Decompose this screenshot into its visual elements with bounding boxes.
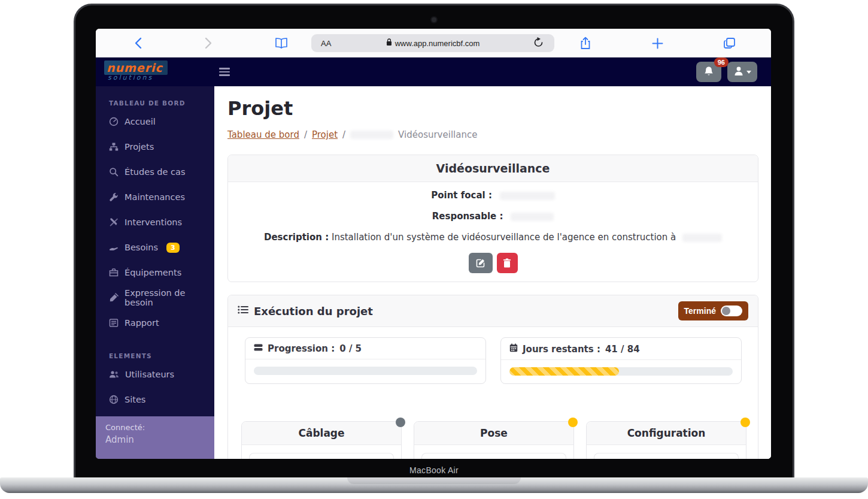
task-placeholder	[421, 453, 566, 459]
execution-header: Exécution du projet Terminé	[228, 295, 758, 327]
numeric-solutions-logo[interactable]: numeric solutions	[104, 61, 198, 83]
logo-tagline: solutions	[108, 74, 198, 81]
browser-toolbar: AA www.app.numericbf.com	[96, 29, 771, 58]
breadcrumb-projet[interactable]: Projet	[312, 129, 338, 140]
sidebar: TABLEAU DE BORD Accueil Projets Études d…	[96, 86, 214, 459]
progression-track	[254, 367, 477, 375]
address-bar[interactable]: AA www.app.numericbf.com	[311, 34, 554, 52]
sidebar-item-accueil[interactable]: Accueil	[96, 109, 214, 134]
column-dot	[396, 418, 405, 427]
tabs-icon[interactable]	[722, 36, 736, 50]
column-dot	[568, 418, 578, 427]
laptop-base	[0, 477, 868, 493]
phase-column-configuration[interactable]: Configuration	[586, 421, 746, 459]
sidebar-group-dashboard: TABLEAU DE BORD	[96, 86, 214, 109]
project-card: Vidéosurveillance Point focal : Responsa…	[227, 155, 758, 282]
calendar-icon	[509, 343, 518, 355]
phase-title: Pose	[414, 422, 573, 445]
lock-icon	[386, 38, 392, 48]
new-tab-icon[interactable]	[650, 36, 664, 50]
sidebar-item-sites[interactable]: Sites	[96, 387, 214, 412]
responsable-row: Responsable :	[228, 211, 758, 222]
chevron-down-icon	[746, 71, 751, 74]
phase-column-cablage[interactable]: Câblage	[241, 421, 402, 459]
tasks-icon	[254, 343, 263, 354]
toolbox-icon	[109, 268, 119, 277]
execution-card: Exécution du projet Terminé	[227, 295, 758, 459]
reload-icon[interactable]	[533, 37, 544, 50]
url-text: www.app.numericbf.com	[311, 38, 554, 48]
progression-card: Progression : 0 / 5	[245, 337, 486, 384]
sidebar-item-projets[interactable]: Projets	[96, 134, 214, 159]
sidebar-item-equipements[interactable]: Équipements	[96, 260, 214, 285]
sidebar-item-expression[interactable]: Expression de besoin	[96, 285, 214, 310]
column-dot	[740, 418, 750, 427]
phases-row: Câblage Pose Configuration	[241, 421, 758, 459]
device-label: MacBook Air	[75, 465, 793, 475]
pen-icon	[109, 293, 119, 303]
project-actions	[228, 253, 758, 273]
sidebar-group-elements: ELEMENTS	[96, 335, 214, 362]
breadcrumb-current: Vidéosurveillance	[398, 129, 477, 140]
bookmarks-icon[interactable]	[274, 36, 289, 50]
project-card-body: Point focal : Responsable : Description …	[228, 182, 758, 273]
report-icon	[109, 318, 119, 328]
termine-toggle-switch[interactable]	[721, 306, 742, 316]
notifications-button[interactable]: 96	[696, 62, 721, 82]
trackpad-notch	[347, 477, 521, 484]
users-icon	[109, 370, 119, 379]
menu-toggle-icon[interactable]	[219, 66, 231, 78]
phase-title: Configuration	[587, 422, 746, 445]
macbook-frame: AA www.app.numericbf.com	[74, 4, 794, 477]
stats-row: Progression : 0 / 5	[245, 337, 742, 384]
redacted-text	[511, 213, 554, 221]
breadcrumb: Tableau de bord / Projet / Vidéosurveill…	[227, 129, 477, 140]
wrench-icon	[109, 192, 119, 202]
list-icon	[238, 305, 248, 317]
connected-label: Connecté:	[105, 423, 205, 432]
breadcrumb-home[interactable]: Tableau de bord	[227, 129, 299, 140]
gauge-icon	[109, 117, 119, 126]
tools-icon	[109, 217, 119, 227]
notification-badge: 96	[714, 58, 729, 67]
sidebar-item-interventions[interactable]: Interventions	[96, 210, 214, 235]
sitemap-icon	[109, 142, 119, 152]
days-header: Jours restants : 41 / 84	[501, 338, 741, 360]
main-content: Projet Tableau de bord / Projet / Vidéos…	[214, 86, 771, 459]
bell-icon	[704, 66, 714, 78]
stage: AA www.app.numericbf.com	[0, 0, 868, 499]
share-icon[interactable]	[578, 36, 593, 50]
task-placeholder	[594, 453, 739, 459]
sidebar-item-rapport[interactable]: Rapport	[96, 310, 214, 335]
redacted-text	[500, 192, 555, 200]
execution-title: Exécution du projet	[254, 305, 373, 317]
user-icon	[734, 66, 743, 78]
search-icon	[109, 167, 119, 177]
days-fill	[509, 367, 619, 376]
point-focal-row: Point focal :	[228, 190, 758, 201]
redacted-text	[350, 131, 393, 139]
app-topbar: numeric solutions 96	[96, 58, 771, 86]
besoins-count-badge: 3	[166, 243, 180, 253]
connected-username: Admin	[105, 434, 205, 445]
progression-header: Progression : 0 / 5	[245, 338, 485, 359]
screen: AA www.app.numericbf.com	[96, 29, 771, 459]
phase-title: Câblage	[242, 422, 401, 445]
edit-button[interactable]	[469, 253, 493, 273]
forward-button[interactable]	[201, 36, 216, 50]
logo-name: numeric	[107, 61, 163, 74]
sidebar-item-utilisateurs[interactable]: Utilisateurs	[96, 362, 214, 387]
project-card-title: Vidéosurveillance	[228, 155, 758, 182]
delete-button[interactable]	[497, 253, 518, 273]
back-button[interactable]	[130, 36, 145, 50]
user-menu-button[interactable]	[727, 62, 757, 82]
sidebar-item-besoins[interactable]: Besoins 3	[96, 235, 214, 260]
days-card: Jours restants : 41 / 84	[500, 337, 742, 384]
webcam-dot	[432, 17, 436, 22]
sidebar-item-etudes[interactable]: Études de cas	[96, 159, 214, 185]
phase-column-pose[interactable]: Pose	[414, 421, 574, 459]
reader-button[interactable]: AA	[321, 39, 331, 48]
description-row: Description : Installation d'un système …	[228, 232, 758, 243]
termine-toggle-button[interactable]: Terminé	[678, 301, 748, 320]
sidebar-item-maintenances[interactable]: Maintenances	[96, 185, 214, 210]
